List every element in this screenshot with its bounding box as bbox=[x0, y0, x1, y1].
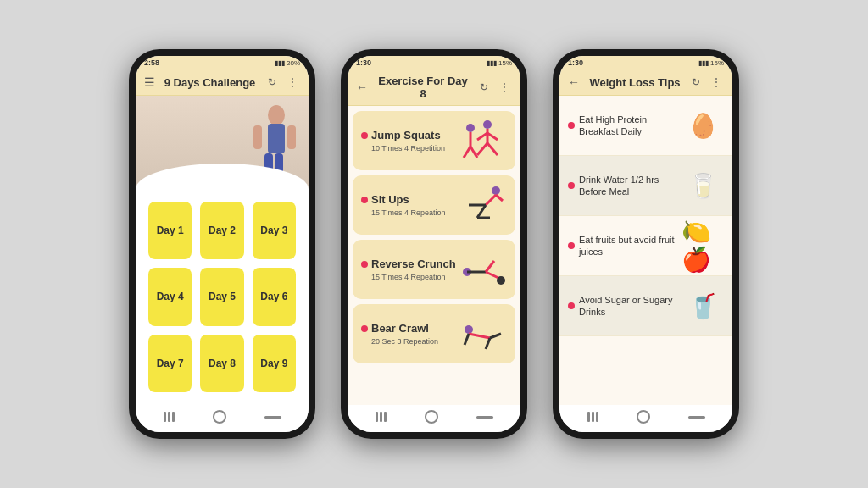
svg-point-26 bbox=[497, 276, 505, 285]
back-arrow-2[interactable]: ← bbox=[356, 80, 368, 94]
tip-text: Eat fruits but avoid fruit juices bbox=[579, 234, 682, 258]
tip-card[interactable]: Eat High Protein Breakfast Daily 🥚 bbox=[559, 96, 732, 156]
day-button[interactable]: Day 6 bbox=[253, 268, 296, 325]
svg-point-6 bbox=[483, 120, 492, 129]
exercise-info: Bear Crawl 20 Sec 3 Repeation bbox=[361, 322, 460, 346]
svg-rect-2 bbox=[264, 153, 273, 183]
exercise-reps: 20 Sec 3 Repeation bbox=[371, 337, 460, 346]
svg-point-0 bbox=[268, 105, 285, 125]
phone-bottom-2 bbox=[348, 405, 520, 432]
signal-icon-3: ▮▮▮ bbox=[698, 59, 709, 67]
scene: 2:58 ▮▮▮ 20% ☰ 9 Days Challenge ↻ ⋮ bbox=[0, 0, 868, 488]
bullet-dot bbox=[361, 132, 368, 139]
nav-home-icon[interactable] bbox=[213, 410, 226, 424]
phone1-content: Day 1Day 2Day 3Day 4Day 5Day 6Day 7Day 8… bbox=[136, 96, 309, 405]
exercise-card[interactable]: Jump Squats 10 Times 4 Repetition bbox=[353, 111, 515, 170]
tip-dot bbox=[568, 302, 575, 309]
refresh-icon-1[interactable]: ↻ bbox=[264, 75, 280, 90]
hamburger-icon[interactable]: ☰ bbox=[144, 75, 155, 89]
top-bar-1: ☰ 9 Days Challenge ↻ ⋮ bbox=[136, 69, 309, 96]
exercise-name: Sit Ups bbox=[361, 193, 460, 206]
hero-bg bbox=[136, 96, 309, 189]
back-arrow-3[interactable]: ← bbox=[568, 75, 580, 89]
tip-card[interactable]: Drink Water 1/2 hrs Before Meal 🥛 bbox=[559, 156, 732, 216]
exercise-image bbox=[460, 248, 507, 291]
exercise-info: Sit Ups 15 Times 4 Repeation bbox=[361, 193, 460, 217]
exercise-reps: 10 Times 4 Repetition bbox=[371, 144, 460, 152]
phone-1: 2:58 ▮▮▮ 20% ☰ 9 Days Challenge ↻ ⋮ bbox=[129, 49, 315, 439]
svg-line-9 bbox=[487, 143, 498, 155]
tip-dot bbox=[568, 182, 575, 189]
nav-bars-icon-2[interactable] bbox=[376, 412, 387, 422]
exercise-info: Reverse Crunch 15 Times 4 Repeation bbox=[361, 258, 460, 281]
signal-icon: ▮▮▮ bbox=[275, 59, 285, 67]
nav-bars-icon[interactable] bbox=[164, 412, 175, 422]
day-button[interactable]: Day 9 bbox=[253, 335, 296, 392]
tip-text-wrap: Eat fruits but avoid fruit juices bbox=[568, 234, 682, 258]
days-grid: Day 1Day 2Day 3Day 4Day 5Day 6Day 7Day 8… bbox=[136, 189, 309, 405]
top-bar-3: ← Weight Loss Tips ↻ ⋮ bbox=[559, 69, 732, 96]
tip-card[interactable]: Eat fruits but avoid fruit juices 🍋🍎 bbox=[559, 216, 732, 276]
tip-card[interactable]: Avoid Sugar or Sugary Drinks 🥤 bbox=[559, 276, 732, 336]
exercise-card[interactable]: Sit Ups 15 Times 4 Repeation bbox=[353, 175, 515, 235]
day-button[interactable]: Day 3 bbox=[253, 202, 296, 259]
status-bar-2: 1:30 ▮▮▮ 15% bbox=[348, 56, 520, 69]
more-icon-2[interactable]: ⋮ bbox=[497, 80, 512, 95]
tip-text-wrap: Drink Water 1/2 hrs Before Meal bbox=[568, 174, 682, 198]
exercise-card[interactable]: Bear Crawl 20 Sec 3 Repeation bbox=[353, 304, 515, 363]
exercise-name: Bear Crawl bbox=[361, 322, 460, 335]
svg-rect-1 bbox=[268, 124, 285, 153]
nav-back-icon-3[interactable] bbox=[688, 416, 705, 419]
phone-bottom-1 bbox=[136, 405, 309, 432]
status-icons-3: ▮▮▮ 15% bbox=[698, 59, 724, 67]
hero-image bbox=[136, 96, 309, 189]
svg-point-12 bbox=[466, 124, 475, 132]
signal-icon-2: ▮▮▮ bbox=[487, 59, 497, 67]
more-icon-3[interactable]: ⋮ bbox=[709, 75, 724, 90]
svg-line-11 bbox=[487, 133, 498, 140]
tip-image: 🍋🍎 bbox=[682, 225, 724, 267]
tip-text-wrap: Avoid Sugar or Sugary Drinks bbox=[568, 294, 682, 319]
phone3-title: Weight Loss Tips bbox=[587, 76, 683, 89]
hero-figure bbox=[224, 100, 309, 189]
exercise-image bbox=[460, 184, 507, 226]
nav-bars-icon-3[interactable] bbox=[587, 412, 598, 422]
nav-home-icon-3[interactable] bbox=[637, 410, 650, 424]
svg-line-24 bbox=[486, 261, 494, 272]
nav-back-icon-2[interactable] bbox=[476, 416, 493, 419]
svg-line-10 bbox=[477, 133, 487, 140]
battery-icon: 20% bbox=[287, 59, 300, 67]
svg-line-8 bbox=[477, 143, 487, 155]
svg-line-17 bbox=[486, 195, 496, 205]
svg-rect-5 bbox=[287, 125, 296, 149]
phone-3: 1:30 ▮▮▮ 15% ← Weight Loss Tips ↻ ⋮ Eat … bbox=[553, 49, 739, 439]
day-button[interactable]: Day 5 bbox=[200, 268, 243, 325]
nav-back-icon[interactable] bbox=[264, 416, 281, 419]
day-button[interactable]: Day 7 bbox=[148, 335, 192, 392]
svg-line-31 bbox=[490, 334, 501, 338]
day-button[interactable]: Day 2 bbox=[200, 202, 243, 259]
nav-home-icon-2[interactable] bbox=[425, 410, 438, 424]
exercise-info: Jump Squats 10 Times 4 Repetition bbox=[361, 129, 460, 152]
bullet-dot bbox=[361, 261, 368, 268]
day-button[interactable]: Day 1 bbox=[148, 202, 192, 259]
refresh-icon-3[interactable]: ↻ bbox=[688, 75, 704, 90]
tip-text: Eat High Protein Breakfast Daily bbox=[579, 114, 682, 138]
top-bar-2: ← Exercise For Day 8 ↻ ⋮ bbox=[348, 69, 520, 106]
day-button[interactable]: Day 4 bbox=[148, 268, 192, 325]
time-3: 1:30 bbox=[568, 58, 583, 67]
more-icon-1[interactable]: ⋮ bbox=[285, 75, 300, 90]
bullet-dot bbox=[361, 325, 368, 332]
tip-text: Avoid Sugar or Sugary Drinks bbox=[579, 294, 682, 319]
phone1-title: 9 Days Challenge bbox=[160, 76, 259, 89]
exercise-image bbox=[460, 313, 507, 355]
status-icons-1: ▮▮▮ 20% bbox=[275, 59, 300, 67]
day-button[interactable]: Day 8 bbox=[200, 335, 243, 392]
svg-rect-3 bbox=[275, 153, 283, 183]
exercise-card[interactable]: Reverse Crunch 15 Times 4 Repeation bbox=[353, 240, 515, 299]
exercise-image bbox=[460, 119, 507, 162]
tip-image: 🥚 bbox=[682, 104, 724, 147]
phone2-title: Exercise For Day 8 bbox=[375, 75, 471, 100]
svg-rect-4 bbox=[253, 125, 262, 149]
refresh-icon-2[interactable]: ↻ bbox=[476, 80, 492, 95]
